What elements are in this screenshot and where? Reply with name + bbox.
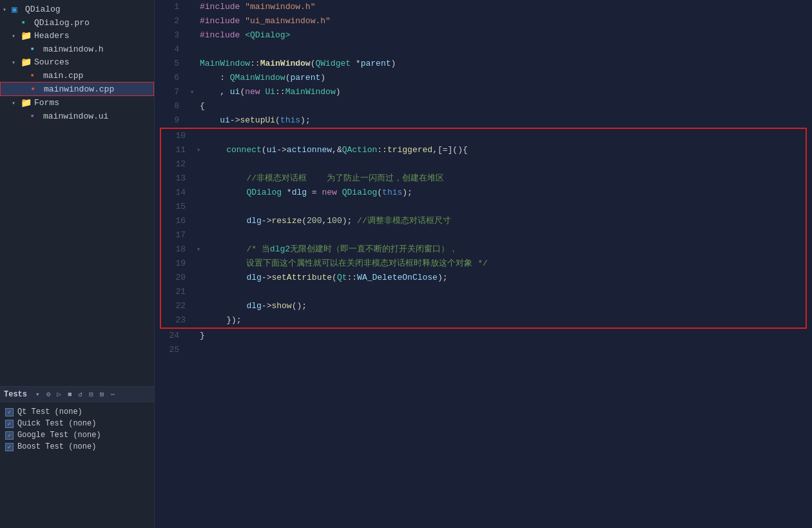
root-icon: ▣ — [12, 4, 23, 15]
code-line-12: 12 — [161, 157, 806, 171]
line-number-21: 21 — [161, 285, 193, 299]
line-number-15: 15 — [161, 200, 193, 214]
line-arrow-7: ▾ — [187, 85, 197, 99]
test-checkbox-quick[interactable]: ✓ — [5, 420, 14, 428]
reset-icon[interactable]: ↺ — [77, 389, 85, 399]
line-content-24: } — [197, 329, 812, 343]
code-line-24: 24 } — [155, 329, 812, 343]
line-arrow-18: ▾ — [193, 242, 204, 257]
line-number-14: 14 — [161, 186, 193, 200]
line-number-25: 25 — [155, 343, 187, 357]
line-content-3: #include <QDialog> — [197, 28, 812, 43]
test-item-google[interactable]: ✓ Google Test (none) — [5, 429, 149, 441]
line-number-2: 2 — [155, 14, 187, 28]
code-editor: 1 #include "mainwindow.h" 2 #include "ui… — [155, 0, 812, 528]
code-line-5: 5 MainWindow::MainWindow(QWidget *parent… — [155, 57, 812, 71]
code-line-6: 6 : QMainWindow(parent) — [155, 71, 812, 85]
line-content-2: #include "ui_mainwindow.h" — [197, 14, 812, 28]
code-line-11: 11 ▾ connect(ui->actionnew,&QAction::tri… — [161, 143, 806, 157]
arrow-icon-headers: ▾ — [12, 32, 21, 40]
line-content-14: QDialog *dlg = new QDialog(this); — [204, 186, 806, 200]
code-line-19: 19 设置下面这个属性就可以在关闭非模态对话框时释放这个对象 */ — [161, 257, 806, 271]
code-line-17: 17 — [161, 228, 806, 242]
filter-icon[interactable]: ⚙ — [44, 389, 53, 399]
line-content-9: ui->setupUi(this); — [197, 113, 812, 128]
sidebar-item-headers[interactable]: ▾ 📁 Headers — [0, 29, 154, 43]
line-content-18: /* 当dlg2无限创建时（即一直不断的打开关闭窗口）， — [204, 242, 806, 257]
test-label-boost: Boost Test (none) — [17, 442, 96, 451]
line-content-13: //非模态对话框 为了防止一闪而过，创建在堆区 — [204, 171, 806, 186]
ui-icon: ▪ — [30, 111, 41, 121]
h-icon: ▪ — [30, 44, 41, 54]
code-line-16: 16 dlg->resize(200,100); //调整非模态对话框尺寸 — [161, 214, 806, 228]
sidebar-item-sources[interactable]: ▾ 📁 Sources — [0, 55, 154, 69]
dropdown-icon[interactable]: ▾ — [34, 389, 42, 399]
line-content-23: }); — [204, 313, 806, 328]
code-line-13: 13 //非模态对话框 为了防止一闪而过，创建在堆区 — [161, 171, 806, 186]
sidebar-item-mainwindow-ui[interactable]: ▪ mainwindow.ui — [0, 110, 154, 122]
code-line-9: 9 ui->setupUi(this); — [155, 113, 812, 128]
code-line-18: 18 ▾ /* 当dlg2无限创建时（即一直不断的打开关闭窗口）， — [161, 242, 806, 257]
tests-panel: Tests ▾ ⚙ ▷ ■ ↺ ⊟ ⊞ ⋯ ✓ Qt Test (none) ✓… — [0, 386, 154, 528]
line-number-23: 23 — [161, 313, 193, 328]
test-label-google: Google Test (none) — [17, 431, 101, 440]
sidebar-item-mainwindow-cpp[interactable]: ▪ mainwindow.cpp — [0, 82, 154, 96]
sidebar-label-mainwindow-cpp: mainwindow.cpp — [44, 84, 114, 94]
arrow-icon-forms: ▾ — [12, 99, 21, 107]
test-checkbox-qt[interactable]: ✓ — [5, 408, 14, 416]
sidebar-item-qdialog-pro[interactable]: ▪ QDialog.pro — [0, 16, 154, 29]
cpp-icon-main: ▪ — [30, 70, 41, 81]
sidebar-label-headers: Headers — [34, 31, 70, 41]
more-icon[interactable]: ⋯ — [108, 389, 117, 399]
line-number-18: 18 — [161, 242, 193, 257]
sidebar-label-qdialog-pro: QDialog.pro — [34, 18, 90, 28]
line-content-16: dlg->resize(200,100); //调整非模态对话框尺寸 — [204, 214, 806, 228]
code-line-21: 21 — [161, 285, 806, 299]
code-line-2: 2 #include "ui_mainwindow.h" — [155, 14, 812, 28]
test-item-quick[interactable]: ✓ Quick Test (none) — [5, 418, 149, 429]
code-line-10: 10 — [161, 129, 806, 143]
stop-icon[interactable]: ■ — [66, 390, 74, 399]
line-content-7: , ui(new Ui::MainWindow) — [197, 85, 812, 99]
code-container[interactable]: 1 #include "mainwindow.h" 2 #include "ui… — [155, 0, 812, 528]
cpp-icon-mainwindow: ▪ — [30, 84, 42, 94]
sidebar-item-main-cpp[interactable]: ▪ main.cpp — [0, 69, 154, 82]
line-content-19: 设置下面这个属性就可以在关闭非模态对话框时释放这个对象 */ — [204, 257, 806, 271]
code-line-4: 4 — [155, 43, 812, 57]
line-number-9: 9 — [155, 113, 187, 128]
folder-icon-forms: 📁 — [21, 97, 32, 108]
expand-icon[interactable]: ⊞ — [98, 389, 106, 399]
line-number-4: 4 — [155, 43, 187, 57]
code-line-3: 3 #include <QDialog> — [155, 28, 812, 43]
folder-icon-sources: 📁 — [21, 57, 32, 68]
test-checkbox-boost[interactable]: ✓ — [5, 443, 14, 451]
test-item-boost[interactable]: ✓ Boost Test (none) — [5, 441, 149, 453]
line-number-8: 8 — [155, 99, 187, 113]
line-number-10: 10 — [161, 129, 193, 143]
test-item-qt[interactable]: ✓ Qt Test (none) — [5, 406, 149, 418]
code-line-15: 15 — [161, 200, 806, 214]
sidebar-item-mainwindow-h[interactable]: ▪ mainwindow.h — [0, 43, 154, 55]
collapse-icon[interactable]: ⊟ — [87, 389, 95, 399]
sidebar-label-mainwindow-ui: mainwindow.ui — [43, 112, 108, 121]
code-line-14: 14 QDialog *dlg = new QDialog(this); — [161, 186, 806, 200]
test-checkbox-google[interactable]: ✓ — [5, 431, 14, 440]
code-line-22: 22 dlg->show(); — [161, 299, 806, 313]
test-label-qt: Qt Test (none) — [17, 407, 82, 416]
line-number-12: 12 — [161, 157, 193, 171]
line-number-5: 5 — [155, 57, 187, 71]
test-list: ✓ Qt Test (none) ✓ Quick Test (none) ✓ G… — [0, 402, 154, 456]
run-icon[interactable]: ▷ — [55, 389, 63, 399]
sidebar-label-forms: Forms — [34, 98, 59, 108]
line-number-24: 24 — [155, 329, 187, 343]
code-lines: 1 #include "mainwindow.h" 2 #include "ui… — [155, 0, 812, 357]
line-arrow-11: ▾ — [193, 143, 204, 157]
code-line-25: 25 — [155, 343, 812, 357]
code-line-20: 20 dlg->setAttribute(Qt::WA_DeleteOnClos… — [161, 271, 806, 285]
arrow-icon-sources: ▾ — [12, 59, 21, 66]
line-number-1: 1 — [155, 0, 187, 14]
arrow-icon: ▾ — [3, 6, 12, 14]
sidebar-item-forms[interactable]: ▾ 📁 Forms — [0, 96, 154, 110]
line-content-8: { — [197, 99, 812, 113]
sidebar-item-qdialog[interactable]: ▾ ▣ QDialog — [0, 3, 154, 16]
